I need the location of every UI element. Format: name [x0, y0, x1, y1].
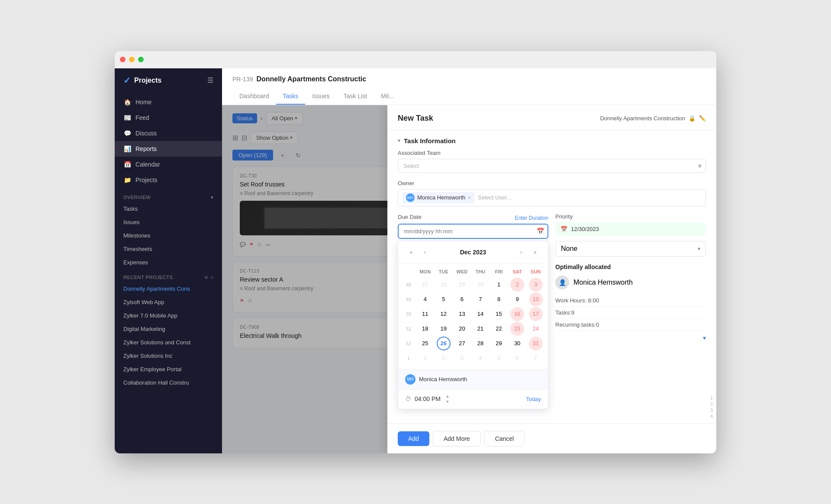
cal-day-21[interactable]: 21 [473, 322, 487, 336]
recent-projects-menu-icon[interactable]: ≡ [205, 274, 208, 280]
cal-day-5-next[interactable]: 5 [492, 351, 506, 365]
scroll-down-icon[interactable]: ▾ [703, 334, 706, 341]
time-down-btn[interactable]: ▼ [444, 399, 451, 404]
sidebar-item-reports[interactable]: 📊 Reports [115, 141, 222, 157]
cal-day-28[interactable]: 28 [473, 337, 487, 350]
close-dot[interactable] [120, 57, 126, 62]
sidebar-item-feed[interactable]: 📰 Feed [115, 110, 222, 125]
cancel-button[interactable]: Cancel [484, 431, 525, 446]
recent-project-zylker-emp[interactable]: Zylker Employee Portal [115, 363, 222, 376]
cal-day-4[interactable]: 4 [418, 292, 432, 306]
task-info-section[interactable]: ▾ Task Information [398, 130, 706, 150]
owner-remove-btn[interactable]: × [468, 195, 471, 201]
sidebar-menu-icon[interactable]: ☰ [207, 76, 213, 84]
sidebar-item-calendar[interactable]: 📅 Calendar [115, 157, 222, 172]
cal-day-1[interactable]: 1 [492, 278, 506, 292]
owner-field[interactable]: MH Monica Hemsworth × Select User... [398, 189, 706, 206]
minimize-dot[interactable] [129, 57, 135, 62]
page-4[interactable]: 4 [710, 414, 713, 419]
priority-value: None [561, 245, 577, 253]
cal-day-3[interactable]: 3 [529, 278, 543, 292]
due-date-input[interactable] [398, 224, 548, 239]
sidebar-item-projects[interactable]: 📁 Projects [115, 172, 222, 188]
cal-day-7-next[interactable]: 7 [529, 351, 543, 365]
cal-day-19[interactable]: 19 [437, 322, 451, 336]
today-btn[interactable]: Today [526, 396, 541, 402]
cal-day-16[interactable]: 16 [510, 307, 524, 321]
recent-project-zylsoft[interactable]: Zylsoft Web App [115, 295, 222, 309]
tab-issues[interactable]: Issues [305, 88, 336, 105]
cal-day-24[interactable]: 24 [529, 322, 543, 336]
calendar-picker-icon[interactable]: 📅 [537, 228, 544, 234]
cal-day-13[interactable]: 13 [455, 307, 469, 321]
sidebar-item-issues[interactable]: Issues [115, 215, 222, 229]
content-area: Status › All Open ▾ ⊞ ⊟ Show Option [222, 105, 716, 453]
cal-day-22[interactable]: 22 [492, 322, 506, 336]
cal-day-27-prev[interactable]: 27 [418, 278, 432, 292]
cal-day-6-next[interactable]: 6 [510, 351, 524, 365]
cal-day-31[interactable]: 31 [529, 337, 543, 350]
recent-project-zylker-sol[interactable]: Zylker Solutions and Const [115, 336, 222, 349]
associated-team-select[interactable]: Select [398, 159, 706, 173]
cal-next-month-btn[interactable]: › [515, 246, 527, 258]
page-1[interactable]: 1 [710, 395, 713, 401]
sidebar-item-discuss[interactable]: 💬 Discuss [115, 125, 222, 141]
cal-day-28-prev[interactable]: 28 [437, 278, 451, 292]
tab-dashboard[interactable]: Dashboard [232, 88, 276, 105]
cal-day-17[interactable]: 17 [529, 307, 543, 321]
sidebar-item-home[interactable]: 🏠 Home [115, 94, 222, 110]
cal-day-12[interactable]: 12 [437, 307, 451, 321]
cal-prev-month-btn[interactable]: ‹ [419, 246, 431, 258]
recent-project-digital[interactable]: Digital Marketing [115, 322, 222, 336]
cal-day-15[interactable]: 15 [492, 307, 506, 321]
cal-day-25[interactable]: 25 [418, 337, 432, 350]
sidebar-item-tasks[interactable]: Tasks [115, 202, 222, 215]
cal-day-4-next[interactable]: 4 [473, 351, 487, 365]
maximize-dot[interactable] [138, 57, 144, 62]
tab-task-list[interactable]: Task List [337, 88, 374, 105]
sidebar-item-timesheets[interactable]: Timesheets [115, 242, 222, 256]
cal-next-year-btn[interactable]: » [529, 246, 541, 258]
time-up-btn[interactable]: ▲ [444, 394, 451, 399]
sidebar-item-milestones[interactable]: Milestones [115, 229, 222, 242]
priority-dropdown[interactable]: None ▾ [555, 241, 706, 257]
cal-day-26-today[interactable]: 26 [437, 337, 451, 350]
edit-icon[interactable]: ✏️ [699, 115, 706, 122]
cal-day-9[interactable]: 9 [510, 292, 524, 306]
cal-day-30-prev[interactable]: 30 [473, 278, 487, 292]
tab-milestones[interactable]: Mil... [374, 88, 401, 105]
cal-day-11[interactable]: 11 [418, 307, 432, 321]
cal-day-18[interactable]: 18 [418, 322, 432, 336]
weekday-wed: WED [453, 267, 471, 276]
recent-project-zylker7[interactable]: Zylker 7.0 Mobile App [115, 309, 222, 322]
recent-project-zylker-inc[interactable]: Zylker Solutions Inc [115, 349, 222, 363]
overview-chevron[interactable]: ▾ [211, 195, 213, 200]
cal-day-20[interactable]: 20 [455, 322, 469, 336]
page-2[interactable]: 2 [710, 401, 713, 407]
recent-project-donnelly[interactable]: Donnelly Apartments Cons [115, 282, 222, 295]
cal-day-2-next[interactable]: 2 [437, 351, 451, 365]
add-more-button[interactable]: Add More [433, 431, 481, 446]
cal-day-23[interactable]: 23 [510, 322, 524, 336]
sidebar-item-expenses[interactable]: Expenses [115, 256, 222, 269]
cal-day-10[interactable]: 10 [529, 292, 543, 306]
page-3[interactable]: 3 [710, 408, 713, 413]
tab-tasks[interactable]: Tasks [276, 88, 306, 105]
cal-day-29-prev[interactable]: 29 [455, 278, 469, 292]
cal-day-3-next[interactable]: 3 [455, 351, 469, 365]
cal-prev-year-btn[interactable]: « [405, 246, 417, 258]
cal-day-14[interactable]: 14 [473, 307, 487, 321]
cal-day-27[interactable]: 27 [455, 337, 469, 350]
recent-project-collab[interactable]: Collaboration Hall Constru [115, 376, 222, 389]
cal-day-2[interactable]: 2 [510, 278, 524, 292]
cal-day-7[interactable]: 7 [473, 292, 487, 306]
cal-day-6[interactable]: 6 [455, 292, 469, 306]
cal-day-1-next[interactable]: 1 [418, 351, 432, 365]
cal-day-8[interactable]: 8 [492, 292, 506, 306]
cal-day-30[interactable]: 30 [510, 337, 524, 350]
enter-duration-link[interactable]: Enter Duration [515, 215, 548, 221]
cal-day-29[interactable]: 29 [492, 337, 506, 350]
add-button[interactable]: Add [398, 431, 429, 446]
recent-projects-search-icon[interactable]: ○ [210, 274, 213, 280]
cal-day-5[interactable]: 5 [437, 292, 451, 306]
